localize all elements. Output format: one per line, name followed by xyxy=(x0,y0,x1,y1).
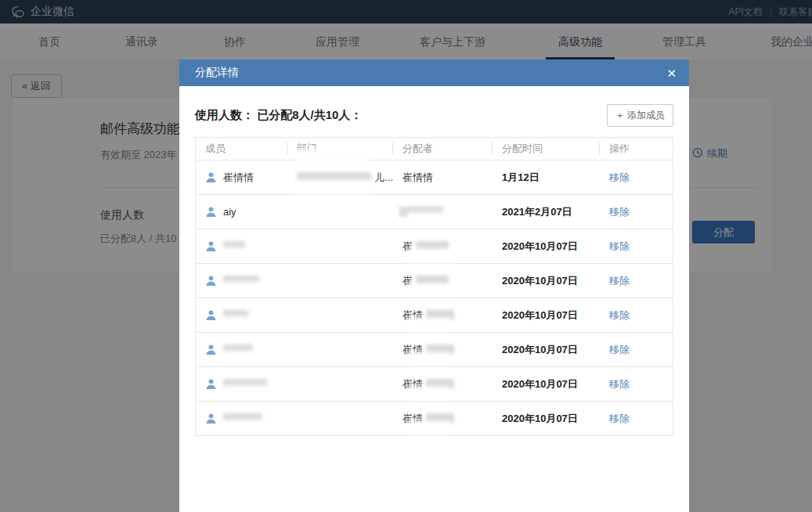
modal-body: 使用人数： 已分配8人/共10人： ＋ 添加成员 成员 部门 分配者 分配时间 … xyxy=(179,104,689,436)
remove-link[interactable]: 移除 xyxy=(609,377,630,391)
date-cell: 2020年10月07日 xyxy=(493,274,600,288)
assign-date: 2020年10月07日 xyxy=(502,343,578,357)
remove-link[interactable]: 移除 xyxy=(609,343,630,357)
censor-smudge xyxy=(219,351,271,362)
member-avatar-icon xyxy=(205,275,217,287)
remove-link[interactable]: 移除 xyxy=(609,171,630,185)
censor-smudge xyxy=(407,249,456,261)
censor-smudge xyxy=(219,316,266,328)
assign-date: 2020年10月07日 xyxy=(502,308,578,323)
date-cell: 2020年10月07日 xyxy=(493,240,600,254)
member-name: aiy xyxy=(223,206,236,218)
assigner-name: 崔情情 xyxy=(402,171,433,185)
member-cell: aiy xyxy=(196,206,287,218)
censor-smudge xyxy=(219,420,280,431)
assign-date: 2020年10月07日 xyxy=(502,240,578,254)
usage-summary: 使用人数： 已分配8人/共10人： xyxy=(195,108,362,123)
member-table-body: 崔情情儿...崔情情1月12日移除aiy2021年2月07日移除崔2020年10… xyxy=(196,160,673,435)
table-row: 崔情2020年10月07日移除 xyxy=(196,366,673,401)
censor-smudge xyxy=(295,150,370,161)
remove-link[interactable]: 移除 xyxy=(609,274,630,288)
remove-link[interactable]: 移除 xyxy=(609,412,630,426)
action-cell: 移除 xyxy=(600,412,673,426)
remove-link[interactable]: 移除 xyxy=(609,308,630,323)
assigner-cell xyxy=(393,207,493,217)
add-member-button[interactable]: ＋ 添加成员 xyxy=(607,104,673,127)
member-name: 崔情情 xyxy=(223,171,254,185)
censor-smudge xyxy=(407,421,451,433)
allocation-detail-modal: 分配详情 ✕ 使用人数： 已分配8人/共10人： ＋ 添加成员 成员 部门 分配… xyxy=(179,59,689,512)
remove-link[interactable]: 移除 xyxy=(609,240,630,254)
member-cell xyxy=(196,275,287,287)
member-cell xyxy=(196,413,287,424)
censor-smudge xyxy=(295,180,370,192)
member-cell: 崔情情 xyxy=(196,171,287,185)
assigner-cell: 崔情 xyxy=(393,343,493,357)
member-cell xyxy=(196,378,287,390)
table-row: 崔情2020年10月07日移除 xyxy=(196,401,673,435)
date-cell: 2020年10月07日 xyxy=(493,343,600,357)
member-avatar-icon xyxy=(205,309,217,321)
date-cell: 2021年2月07日 xyxy=(493,205,600,219)
censor-smudge xyxy=(407,283,456,295)
assigner-cell: 崔情 xyxy=(393,308,493,323)
member-cell xyxy=(196,309,287,321)
censor-smudge xyxy=(219,385,285,397)
assigner-cell: 崔情 xyxy=(393,412,493,426)
dept-tail-text: 儿... xyxy=(374,171,393,185)
member-table: 成员 部门 分配者 分配时间 操作 崔情情儿...崔情情1月12日移除aiy20… xyxy=(195,137,673,436)
member-avatar-icon xyxy=(205,378,217,390)
assign-date: 2020年10月07日 xyxy=(502,377,578,391)
action-cell: 移除 xyxy=(600,377,673,391)
action-cell: 移除 xyxy=(600,308,673,323)
table-row: aiy2021年2月07日移除 xyxy=(196,194,673,229)
action-cell: 移除 xyxy=(600,240,673,254)
table-row: 崔情2020年10月07日移除 xyxy=(196,332,673,366)
censor-smudge xyxy=(407,212,467,224)
assign-date: 2020年10月07日 xyxy=(502,274,578,288)
table-row: 崔2020年10月07日移除 xyxy=(196,263,673,297)
action-cell: 移除 xyxy=(600,205,673,219)
col-header-action: 操作 xyxy=(600,142,673,155)
date-cell: 2020年10月07日 xyxy=(493,412,600,426)
assigner-cell: 崔 xyxy=(393,240,493,254)
member-avatar-icon xyxy=(205,240,217,252)
table-row: 崔2020年10月07日移除 xyxy=(196,229,673,263)
assigner-cell: 崔 xyxy=(393,274,493,288)
close-icon[interactable]: ✕ xyxy=(666,67,677,79)
action-cell: 移除 xyxy=(600,274,673,288)
date-cell: 2020年10月07日 xyxy=(493,308,600,323)
censor-smudge xyxy=(407,318,451,330)
censor-smudge xyxy=(407,387,451,398)
censor-smudge xyxy=(219,282,277,294)
col-header-member: 成员 xyxy=(196,142,287,155)
date-cell: 2020年10月07日 xyxy=(493,377,600,391)
member-table-header: 成员 部门 分配者 分配时间 操作 xyxy=(196,138,673,160)
assign-date: 2020年10月07日 xyxy=(502,412,578,426)
member-avatar-icon xyxy=(205,206,217,218)
member-cell xyxy=(196,344,287,355)
member-avatar-icon xyxy=(205,344,217,355)
assigner-cell: 崔情 xyxy=(393,377,493,391)
member-avatar-icon xyxy=(205,413,217,424)
censor-smudge xyxy=(407,352,451,364)
date-cell: 1月12日 xyxy=(493,171,600,185)
assigner-cell: 崔情情 xyxy=(393,171,493,185)
col-header-time: 分配时间 xyxy=(493,142,600,155)
assign-date: 2021年2月07日 xyxy=(502,205,572,219)
modal-title: 分配详情 xyxy=(195,66,666,80)
member-cell xyxy=(196,240,287,252)
action-cell: 移除 xyxy=(600,171,673,185)
member-avatar-icon xyxy=(205,171,217,183)
remove-link[interactable]: 移除 xyxy=(609,205,630,219)
col-header-assigner: 分配者 xyxy=(393,142,493,155)
assign-date: 1月12日 xyxy=(502,171,540,185)
dept-cell: 儿... xyxy=(287,171,393,185)
action-cell: 移除 xyxy=(600,343,673,357)
table-row: 崔情2020年10月07日移除 xyxy=(196,297,673,332)
table-row: 崔情情儿...崔情情1月12日移除 xyxy=(196,160,673,194)
modal-header: 分配详情 ✕ xyxy=(179,59,689,86)
censor-smudge xyxy=(219,247,263,259)
